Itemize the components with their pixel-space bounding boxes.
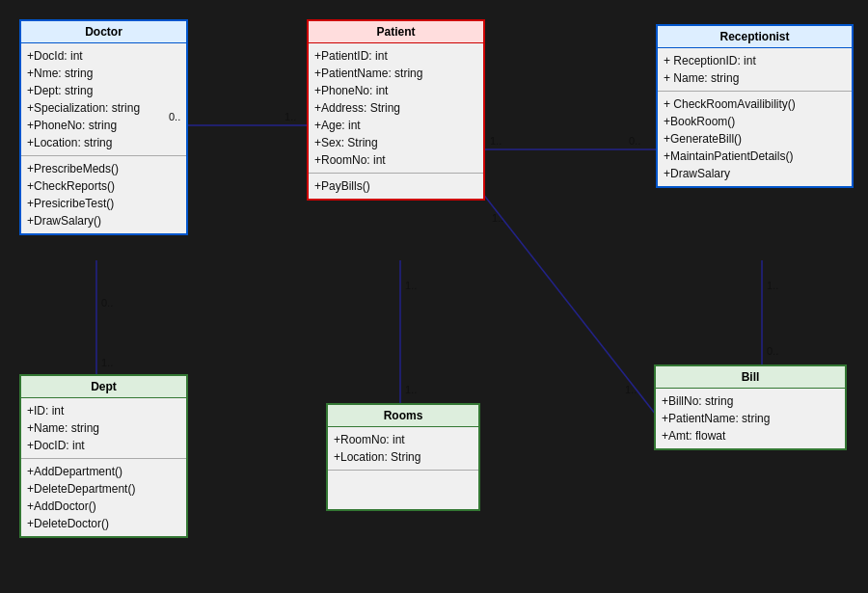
mult-pat-room-2: 1.. [405,384,417,395]
bill-box: Bill +BillNo: string +PatientName: strin… [654,364,847,450]
mult-rec-bill-1: 1.. [767,280,778,291]
receptionist-methods: + CheckRoomAvailibility() +BookRoom() +G… [658,92,852,186]
doctor-attributes: +DocId: int +Nme: string +Dept: string +… [21,43,186,156]
mult-rec-bill-2: 0.. [767,345,778,357]
bill-attributes: +BillNo: string +PatientName: string +Am… [656,389,845,448]
dept-methods: +AddDepartment() +DeleteDepartment() +Ad… [21,459,186,536]
mult-pat-rec-1: 1.. [490,135,502,147]
rooms-box: Rooms +RoomNo: int +Location: String [326,403,480,511]
receptionist-box: Receptionist + ReceptionID: int + Name: … [656,24,854,188]
dept-title: Dept [21,376,186,398]
mult-pat-bill-2: 1.. [625,384,637,395]
doctor-title: Doctor [21,21,186,43]
mult-doc-dept-1: 0.. [101,297,113,309]
bill-title: Bill [656,366,845,389]
mult-doc-dept-2: 1.. [101,357,113,368]
svg-line-5 [482,193,656,415]
diagram: Doctor +DocId: int +Nme: string +Dept: s… [0,0,868,593]
doctor-box: Doctor +DocId: int +Nme: string +Dept: s… [19,19,188,235]
doctor-methods: +PrescribeMeds() +CheckReports() +Presic… [21,156,186,233]
mult-doc-pat-2: 1.. [285,111,296,122]
mult-pat-room-1: 1.. [405,280,417,291]
patient-methods: +PayBills() [309,174,483,199]
rooms-title: Rooms [328,405,478,427]
rooms-methods [328,471,478,509]
receptionist-title: Receptionist [658,26,852,48]
receptionist-attributes: + ReceptionID: int + Name: string [658,48,852,92]
patient-box: Patient +PatientID: int +PatientName: st… [307,19,485,201]
mult-doc-pat-1: 0.. [169,111,180,122]
rooms-attributes: +RoomNo: int +Location: String [328,427,478,471]
dept-attributes: +ID: int +Name: string +DocID: int [21,398,186,459]
patient-attributes: +PatientID: int +PatientName: string +Ph… [309,43,483,174]
mult-pat-bill-1: 1.. [492,212,503,224]
mult-pat-rec-2: 0.. [629,135,640,147]
dept-box: Dept +ID: int +Name: string +DocID: int … [19,374,188,538]
patient-title: Patient [309,21,483,43]
